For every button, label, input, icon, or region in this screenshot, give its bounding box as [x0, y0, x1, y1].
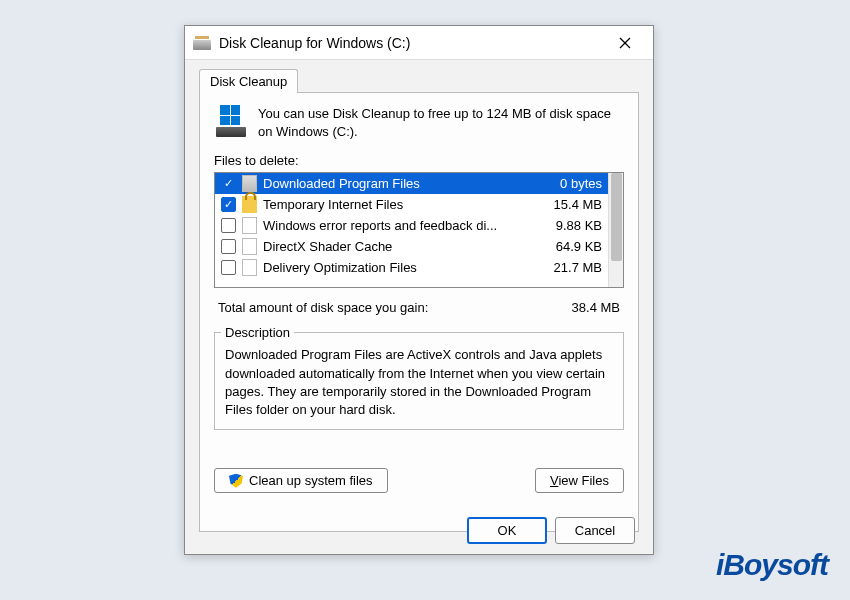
panel-buttons: Clean up system files View Files [214, 468, 624, 493]
checkbox[interactable] [221, 176, 236, 191]
checkbox[interactable] [221, 218, 236, 233]
drive-icon [214, 105, 248, 141]
item-size: 0 bytes [542, 176, 602, 191]
titlebar: Disk Cleanup for Windows (C:) [185, 26, 653, 60]
disk-icon [216, 127, 246, 137]
file-icon [242, 238, 257, 255]
scrollbar-thumb[interactable] [611, 173, 622, 261]
list-item[interactable]: Delivery Optimization Files21.7 MB [215, 257, 608, 278]
list-item[interactable]: Downloaded Program Files0 bytes [215, 173, 608, 194]
cleanup-button-label: Clean up system files [249, 473, 373, 488]
files-listbox[interactable]: Downloaded Program Files0 bytesTemporary… [214, 172, 624, 288]
tab-disk-cleanup[interactable]: Disk Cleanup [199, 69, 298, 93]
checkbox[interactable] [221, 260, 236, 275]
tab-panel: You can use Disk Cleanup to free up to 1… [199, 92, 639, 532]
total-label: Total amount of disk space you gain: [218, 300, 428, 315]
item-name: Delivery Optimization Files [263, 260, 536, 275]
list-item[interactable]: Windows error reports and feedback di...… [215, 215, 608, 236]
ok-button[interactable]: OK [467, 517, 547, 544]
description-text: Downloaded Program Files are ActiveX con… [225, 346, 613, 419]
close-icon [619, 37, 631, 49]
windows-logo-icon [220, 105, 240, 125]
window-title: Disk Cleanup for Windows (C:) [219, 35, 605, 51]
disk-cleanup-window: Disk Cleanup for Windows (C:) Disk Clean… [184, 25, 654, 555]
item-size: 64.9 KB [542, 239, 602, 254]
item-name: DirectX Shader Cache [263, 239, 536, 254]
disk-cleanup-icon [193, 36, 211, 50]
total-row: Total amount of disk space you gain: 38.… [214, 298, 624, 317]
files-to-delete-label: Files to delete: [214, 153, 624, 168]
file-icon [242, 175, 257, 192]
item-name: Temporary Internet Files [263, 197, 536, 212]
view-files-label: View Files [550, 473, 609, 488]
total-value: 38.4 MB [572, 300, 620, 315]
shield-icon [229, 474, 243, 488]
description-legend: Description [221, 325, 294, 340]
description-fieldset: Description Downloaded Program Files are… [214, 325, 624, 430]
tab-strip: Disk Cleanup [199, 68, 639, 92]
info-text: You can use Disk Cleanup to free up to 1… [258, 105, 624, 141]
list-item[interactable]: DirectX Shader Cache64.9 KB [215, 236, 608, 257]
lock-icon [242, 196, 257, 213]
item-name: Downloaded Program Files [263, 176, 536, 191]
item-size: 15.4 MB [542, 197, 602, 212]
cancel-button[interactable]: Cancel [555, 517, 635, 544]
list-item[interactable]: Temporary Internet Files15.4 MB [215, 194, 608, 215]
cleanup-system-files-button[interactable]: Clean up system files [214, 468, 388, 493]
checkbox[interactable] [221, 239, 236, 254]
file-icon [242, 259, 257, 276]
view-files-button[interactable]: View Files [535, 468, 624, 493]
item-name: Windows error reports and feedback di... [263, 218, 536, 233]
watermark: iBoysoft [716, 548, 828, 582]
info-row: You can use Disk Cleanup to free up to 1… [214, 105, 624, 141]
dialog-actions: OK Cancel [467, 517, 635, 544]
item-size: 21.7 MB [542, 260, 602, 275]
close-button[interactable] [605, 28, 645, 58]
item-size: 9.88 KB [542, 218, 602, 233]
file-icon [242, 217, 257, 234]
window-content: Disk Cleanup You can use Disk Cleanup to… [185, 60, 653, 544]
checkbox[interactable] [221, 197, 236, 212]
scrollbar[interactable] [608, 173, 623, 287]
